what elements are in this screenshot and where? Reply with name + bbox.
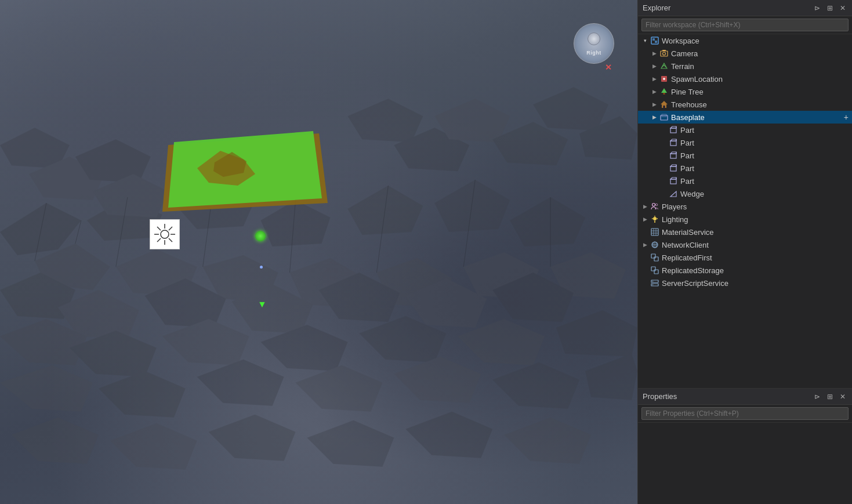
svg-marker-39 [405,412,492,458]
tree-label-part3: Part [680,151,850,160]
explorer-filter-bar [638,16,852,34]
tree-icon-serverscriptservice [650,278,660,288]
tree-item-spawnlocation[interactable]: ▶SpawnLocation [638,72,852,85]
tree-arrow-spawnlocation[interactable]: ▶ [650,76,659,82]
svg-marker-38 [307,420,394,467]
close-button[interactable]: ✕ [605,63,612,72]
properties-filter-input[interactable] [641,407,849,420]
svg-rect-123 [651,254,655,258]
svg-marker-104 [670,177,676,179]
tree-item-terrain[interactable]: ▶Terrain [638,60,852,72]
svg-rect-97 [670,154,676,158]
tree-item-part1[interactable]: Part [638,124,852,136]
tree-label-wedge: Wedge [680,190,850,198]
svg-rect-94 [670,141,676,146]
svg-rect-103 [670,179,676,184]
explorer-pin-icon[interactable]: ⊳ [813,3,822,13]
tree-arrow-networkclient[interactable]: ▶ [640,242,650,248]
tree-arrow-part4[interactable] [659,165,668,171]
tree-arrow-pinetree[interactable]: ▶ [650,89,659,95]
explorer-header: Explorer ⊳ ⊞ ✕ [638,0,852,16]
camera-orientation-widget[interactable]: Right [574,23,614,64]
tree-item-materialservice[interactable]: MaterialService [638,226,852,238]
tree-arrow-wedge[interactable] [659,191,668,197]
tree-item-players[interactable]: ▶Players [638,200,852,213]
terrain-svg [0,0,637,504]
tree-arrow-part1[interactable] [659,127,668,133]
svg-marker-106 [670,191,676,197]
tree-arrow-part5[interactable] [659,178,668,184]
explorer-undock-icon[interactable]: ⊞ [825,3,835,13]
camera-widget-sphere [588,32,600,45]
tree-item-wedge[interactable]: Wedge [638,187,852,200]
tree-arrow-part3[interactable] [659,153,668,158]
tree-item-workspace[interactable]: ▾Workspace [638,34,852,47]
tree-item-part3[interactable]: Part [638,149,852,162]
svg-line-71 [157,238,161,242]
tree-item-serverscriptservice[interactable]: ServerScriptService [638,277,852,289]
tree-arrow-terrain[interactable]: ▶ [650,63,659,69]
svg-point-108 [655,204,658,206]
svg-marker-84 [661,88,667,93]
tree-item-replicatedfirst[interactable]: ReplicatedFirst [638,251,852,264]
explorer-close-icon[interactable]: ✕ [838,3,847,13]
tree-label-networkclient: NetworkClient [662,241,850,249]
tree-arrow-treehouse[interactable]: ▶ [650,101,659,107]
svg-marker-30 [197,360,284,406]
tree-label-materialservice: MaterialService [662,228,850,237]
properties-pin-icon[interactable]: ⊳ [813,392,822,401]
properties-undock-icon[interactable]: ⊞ [825,392,835,401]
explorer-title: Explorer [643,3,670,12]
tree-arrow-baseplate[interactable]: ▶ [650,114,659,120]
tree-label-part1: Part [680,126,850,135]
tree-item-part5[interactable]: Part [638,175,852,187]
properties-close-icon[interactable]: ✕ [838,392,847,401]
tree-label-part2: Part [680,139,850,147]
tree-item-camera[interactable]: ▶Camera [638,47,852,60]
tree-item-baseplate[interactable]: ▶Baseplate+ [638,111,852,124]
properties-section: Properties ⊳ ⊞ ✕ [638,388,852,504]
tree-arrow-camera[interactable]: ▶ [650,50,659,56]
main-layout: ▼ Right ✕ Explorer ⊳ ⊞ ✕ ▾Workspace▶Came… [0,0,852,504]
tree-icon-part2 [668,137,679,148]
tree-item-replicatedstorage[interactable]: ReplicatedStorage [638,264,852,277]
tree-label-replicatedfirst: ReplicatedFirst [662,253,850,262]
tree-icon-part4 [668,163,679,173]
tree-label-players: Players [662,202,850,211]
tree-label-terrain: Terrain [671,62,850,71]
tree-icon-lighting [650,214,660,224]
explorer-filter-input[interactable] [641,19,849,31]
svg-rect-125 [651,267,655,271]
tree-arrow-replicatedfirst[interactable] [640,255,650,260]
tree-icon-spawnlocation [659,74,669,84]
svg-marker-40 [504,418,591,464]
svg-rect-74 [655,41,657,43]
tree-icon-pinetree [659,86,669,97]
tree-arrow-part2[interactable] [659,140,668,146]
tree-arrow-lighting[interactable]: ▶ [640,216,650,222]
svg-rect-114 [651,229,658,235]
tree-item-part2[interactable]: Part [638,136,852,149]
tree-arrow-replicatedstorage[interactable] [640,267,650,273]
tree-item-pinetree[interactable]: ▶Pine Tree [638,85,852,98]
tree-icon-camera [659,48,669,59]
tree-icon-players [650,201,660,212]
svg-line-70 [169,227,172,230]
explorer-tree[interactable]: ▾Workspace▶Camera▶Terrain▶SpawnLocation▶… [638,34,852,388]
tree-item-treehouse[interactable]: ▶Treehouse [638,98,852,111]
tree-add-baseplate[interactable]: + [843,113,850,122]
tree-item-lighting[interactable]: ▶Lighting [638,213,852,226]
tree-arrow-materialservice[interactable] [640,229,650,235]
properties-header: Properties ⊳ ⊞ ✕ [638,389,852,405]
tree-item-part4[interactable]: Part [638,162,852,175]
svg-marker-32 [394,357,481,403]
properties-title: Properties [643,392,677,401]
tree-arrow-workspace[interactable]: ▾ [640,38,650,43]
tree-arrow-serverscriptservice[interactable] [640,280,650,286]
svg-marker-37 [209,415,296,461]
tree-label-part4: Part [680,164,850,173]
tree-arrow-players[interactable]: ▶ [640,204,650,209]
viewport[interactable]: ▼ Right ✕ [0,0,637,504]
tree-label-serverscriptservice: ServerScriptService [662,279,850,288]
tree-item-networkclient[interactable]: ▶NetworkClient [638,238,852,251]
